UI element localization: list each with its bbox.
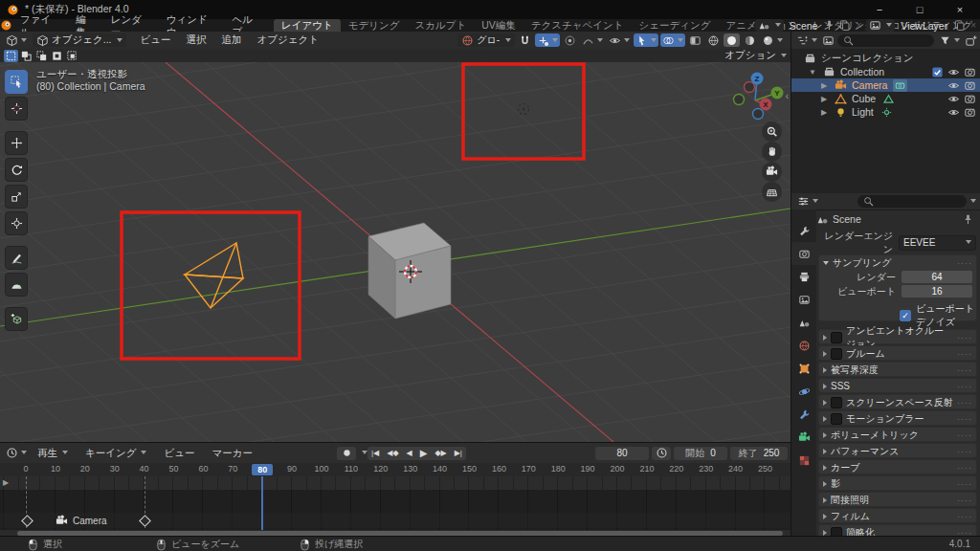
copy-scene-icon[interactable] xyxy=(838,19,851,33)
panel-drag-dots-icon[interactable]: ···· xyxy=(957,258,972,268)
panel-1[interactable]: ブルーム···· xyxy=(818,345,977,361)
pin-icon[interactable] xyxy=(962,212,974,226)
navigation-gizmo[interactable]: ZYX xyxy=(720,64,789,133)
properties-tab-texture[interactable] xyxy=(791,449,816,472)
disable-render-icon[interactable] xyxy=(964,92,976,105)
workspace-tab[interactable]: レイアウト xyxy=(274,19,341,32)
workspace-tab[interactable]: テクスチャペイント xyxy=(523,19,632,32)
workspace-tab[interactable]: シェーディング xyxy=(632,19,719,32)
tool-select-box-button[interactable] xyxy=(5,70,28,94)
select-mode-intersect[interactable] xyxy=(65,50,79,62)
close-button[interactable]: × xyxy=(940,0,980,19)
panel-checkbox[interactable] xyxy=(831,332,842,343)
nav-camera-view-button[interactable] xyxy=(762,162,782,182)
timeline-menu[interactable]: ビュー xyxy=(155,447,203,460)
select-mode-subtract[interactable] xyxy=(34,50,49,62)
remove-view-layer-icon[interactable]: × xyxy=(969,20,978,31)
editor-type-selector[interactable] xyxy=(4,33,29,47)
properties-tab-constraints[interactable] xyxy=(791,403,816,426)
workspace-tab[interactable]: スカルプト xyxy=(408,19,475,32)
render-engine-dropdown[interactable]: EEVEE xyxy=(899,235,976,251)
view-layer-selector[interactable] xyxy=(866,19,895,32)
properties-tab-world[interactable] xyxy=(791,334,816,357)
denoise-checkbox[interactable]: ✓ xyxy=(900,310,911,321)
outliner-editor-type[interactable] xyxy=(794,33,819,47)
properties-tab-view-layer[interactable] xyxy=(791,288,816,311)
disclosure-triangle-icon[interactable]: ▶ xyxy=(820,95,828,103)
tool-add-cube-button[interactable] xyxy=(5,307,28,331)
panel-4[interactable]: スクリーンスペース反射···· xyxy=(818,394,977,409)
panel-drag-dots-icon[interactable]: ···· xyxy=(957,349,972,359)
shading-rendered-icon[interactable] xyxy=(760,33,785,47)
cube-object[interactable] xyxy=(368,223,451,319)
prev-frame-button[interactable]: ◀ xyxy=(403,447,416,460)
properties-tab-object[interactable] xyxy=(791,357,816,380)
panel-9[interactable]: 影···· xyxy=(818,475,977,491)
properties-editor-type[interactable] xyxy=(795,195,820,209)
disclosure-triangle-icon[interactable]: ▶ xyxy=(820,81,828,90)
nav-zoom-button[interactable] xyxy=(762,121,782,142)
current-frame-field[interactable]: 80 xyxy=(595,447,649,460)
outliner-filter-button[interactable] xyxy=(937,33,962,47)
auto-keying-button[interactable] xyxy=(337,447,356,460)
viewport-menu[interactable]: 追加 xyxy=(213,33,249,47)
panel-checkbox[interactable] xyxy=(831,413,842,425)
sampling-value-field[interactable]: 16 xyxy=(902,285,972,298)
properties-tab-output[interactable] xyxy=(791,265,816,288)
display-mode-icon[interactable] xyxy=(822,33,835,47)
panel-7[interactable]: パフォーマンス···· xyxy=(818,443,977,458)
viewport-3d[interactable]: ユーザー・透視投影 (80) Collection | Camera ZYX ‹ xyxy=(0,62,791,442)
disclosure-triangle-icon[interactable]: ▶ xyxy=(820,108,828,117)
transform-orientation-selector[interactable]: グロ- xyxy=(457,33,515,47)
jump-to-start-button[interactable]: |◀ xyxy=(368,447,383,460)
nav-pan-button[interactable] xyxy=(762,142,782,162)
mesh-data-icon[interactable] xyxy=(881,93,896,105)
disable-render-icon[interactable] xyxy=(964,105,976,119)
hide-eye-icon[interactable] xyxy=(947,65,960,78)
panel-drag-dots-icon[interactable]: ···· xyxy=(957,479,972,489)
scene-selector[interactable] xyxy=(755,19,784,32)
properties-tab-scene[interactable] xyxy=(791,311,816,334)
hide-eye-icon[interactable] xyxy=(947,92,960,105)
properties-tab-tool[interactable] xyxy=(791,219,816,242)
panel-checkbox[interactable] xyxy=(831,397,842,408)
play-button[interactable]: ▶ xyxy=(416,447,432,460)
next-keyframe-button[interactable]: ◆▶ xyxy=(431,447,450,460)
gizmo-icon[interactable] xyxy=(634,33,658,47)
visibility-icon[interactable] xyxy=(607,33,632,47)
maximize-button[interactable]: □ xyxy=(900,0,940,19)
new-collection-icon[interactable] xyxy=(965,33,977,47)
chevron-down-icon[interactable] xyxy=(361,450,368,456)
tool-measure-button[interactable] xyxy=(5,273,28,297)
panel-drag-dots-icon[interactable]: ···· xyxy=(957,512,972,521)
viewport-menu[interactable]: オブジェクト xyxy=(249,33,325,47)
tool-move-button[interactable] xyxy=(5,131,28,155)
blender-menu-icon[interactable] xyxy=(0,19,12,33)
outliner-row-collection[interactable]: ▼Collection xyxy=(791,65,980,78)
select-mode-set[interactable] xyxy=(4,50,18,62)
scene-name[interactable]: Scene xyxy=(787,20,821,32)
hide-eye-icon[interactable] xyxy=(947,78,960,92)
minimize-button[interactable]: − xyxy=(859,0,900,19)
panel-0[interactable]: アンビエントオクルージョン···· xyxy=(818,329,977,344)
disable-render-icon[interactable] xyxy=(964,65,976,78)
select-mode-extend[interactable] xyxy=(19,50,33,62)
proportional-edit-icon[interactable] xyxy=(562,33,578,47)
playhead-frame-tag[interactable]: 80 xyxy=(252,464,273,475)
overlays-icon[interactable] xyxy=(660,33,685,47)
viewport-menu[interactable]: ビュー xyxy=(132,33,178,47)
timeline-menu[interactable]: マーカー xyxy=(203,447,261,460)
disclosure-triangle-icon[interactable]: ▼ xyxy=(809,68,816,77)
light-data-icon[interactable] xyxy=(880,106,894,119)
panel-5[interactable]: モーションブラー···· xyxy=(818,410,977,426)
panel-drag-dots-icon[interactable]: ···· xyxy=(957,447,972,456)
timeline-editor-type[interactable] xyxy=(4,447,29,460)
timeline-ruler[interactable]: 0102030405060708090100110120130140150160… xyxy=(0,463,791,476)
playhead-line[interactable] xyxy=(261,476,263,530)
properties-tab-render[interactable] xyxy=(791,242,816,265)
outliner-row--[interactable]: シーンコレクション xyxy=(791,52,980,65)
outliner-search-input[interactable] xyxy=(837,34,934,47)
tool-rotate-button[interactable] xyxy=(5,158,28,182)
shading-material-icon[interactable] xyxy=(742,33,758,47)
panel-drag-dots-icon[interactable]: ···· xyxy=(957,430,972,440)
